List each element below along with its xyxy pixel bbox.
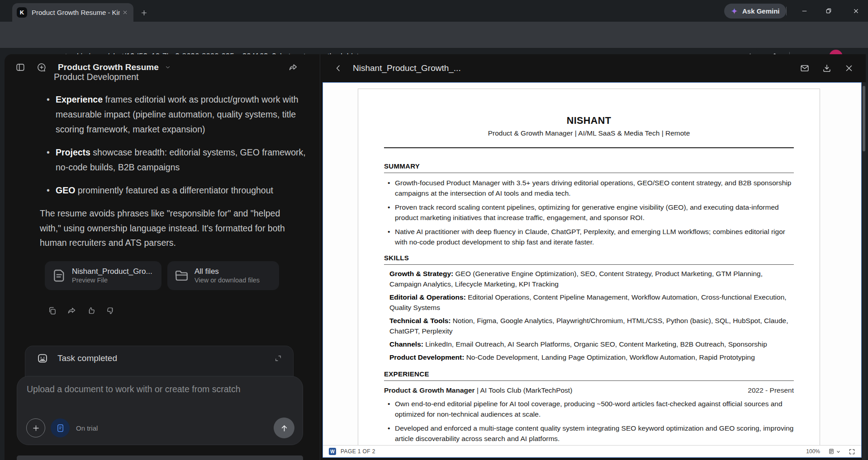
zoom-level[interactable]: 100% [806,448,820,455]
composer-input[interactable]: Upload a document to work with or create… [27,384,293,394]
sidebar-toggle-icon[interactable] [15,62,25,72]
tab-title: Product Growth Resume - Kimi [32,9,120,16]
back-chevron-icon[interactable] [334,64,343,73]
share-chat-icon[interactable] [288,62,298,72]
document-viewer: NISHANT Product & Growth Manager | AI/ML… [323,82,862,458]
list-item: Proven track record scaling content pipe… [384,202,794,223]
document-title: Nishant_Product_Growth_... [353,63,461,73]
ask-gemini-button[interactable]: Ask Gemini [724,4,786,19]
job-title-row: Product & Growth Manager | AI Tools Club… [384,386,794,394]
list-item: GEO prominently featured as a differenti… [43,183,308,198]
thumbs-up-icon[interactable] [86,306,96,315]
skills-list: Growth & Strategy: GEO (Generative Engin… [384,268,794,362]
ask-gemini-label: Ask Gemini [742,7,780,15]
browser-window: K Product Growth Resume - Kimi Ask Gemin… [0,0,868,460]
skill-item: Product Development: No-Code Development… [389,352,794,362]
list-item: Own end-to-end editorial pipeline for AI… [384,399,794,419]
skill-item: Editorial & Operations: Editorial Operat… [389,292,794,313]
download-icon[interactable] [822,63,832,73]
list-item: Native AI practitioner with deep fluency… [384,226,794,247]
fullscreen-icon[interactable] [849,448,855,455]
message-bullet-list: Experience frames editorial work as prod… [43,92,308,206]
kimi-app: Product Growth Resume Product Developmen… [5,54,866,460]
window-minimize-icon[interactable] [797,5,811,17]
browser-tab[interactable]: K Product Growth Resume - Kimi [12,3,133,22]
caret-down-icon [836,450,840,454]
document-mode-button[interactable] [51,418,70,437]
gemini-icon [730,7,738,15]
list-item: Projects showcase breadth: editorial sys… [43,145,308,175]
page-layout-control[interactable] [828,448,840,455]
experience-heading: EXPERIENCE [384,370,794,381]
job-dates: 2022 - Present [748,386,794,394]
word-app-icon: W [329,448,336,455]
kimi-favicon: K [17,7,27,18]
message-actions [47,306,115,315]
document-icon [51,268,66,283]
resume-page: NISHANT Product & Growth Manager | AI/ML… [358,89,820,458]
viewer-scrollbar[interactable] [862,82,866,460]
robot-face-icon [37,352,48,364]
summary-heading: SUMMARY [384,162,794,173]
resume-tagline: Product & Growth Manager | AI/ML SaaS & … [384,129,794,137]
resume-divider [384,147,794,148]
scrollbar-thumb[interactable] [863,86,865,151]
viewer-status-bar: W PAGE 1 OF 2 100% [323,445,861,457]
resume-name: NISHANT [384,89,794,127]
expand-icon[interactable] [274,354,282,362]
window-close-icon[interactable] [849,5,863,17]
thumbs-down-icon[interactable] [106,306,115,315]
skill-item: Channels: LinkedIn, Email Outreach, AI S… [389,339,794,349]
skill-item: Technical & Tools: Notion, Figma, Google… [389,315,794,336]
list-item: Developed and enforced a multi-stage con… [384,423,794,444]
skill-item: Growth & Strategy: GEO (Generative Engin… [389,268,794,289]
file-preview-card[interactable]: Nishant_Product_Gro... Preview File [45,261,161,290]
browser-toolbar: kimi.com/chat/19d52c10-7be2-8626-8000-09… [0,22,868,48]
email-icon[interactable] [800,63,810,73]
chat-header: Product Growth Resume [5,54,320,80]
page-indicator[interactable]: PAGE 1 OF 2 [341,448,375,455]
window-restore-icon[interactable] [822,5,835,17]
tab-close-icon[interactable] [120,8,130,18]
file-card-row: Nishant_Product_Gro... Preview File All … [45,261,279,290]
folder-icon [174,268,189,283]
file-card-title: Nishant_Product_Gro... [72,267,152,276]
composer[interactable]: Upload a document to work with or create… [17,376,303,445]
experience-bullets: Own end-to-end editorial pipeline for AI… [384,399,794,444]
titlebar-divider [786,7,787,15]
copy-icon[interactable] [47,306,57,315]
message-paragraph: The resume avoids phrases like "responsi… [40,206,296,250]
all-files-card[interactable]: All files View or download files [167,261,279,290]
chat-panel: Product Growth Resume Product Developmen… [5,54,320,460]
summary-bullets: Growth-focused Product Manager with 3.5+… [384,178,794,247]
new-chat-icon[interactable] [37,62,47,72]
close-icon[interactable] [844,63,854,73]
file-card-title: All files [194,267,260,276]
attach-plus-button[interactable] [26,418,45,437]
kimi-favicon-glyph: K [20,9,24,16]
task-status-text: Task completed [57,353,117,363]
list-item: Experience frames editorial work as prod… [43,92,308,137]
new-tab-button[interactable] [138,7,150,19]
skills-heading: SKILLS [384,254,794,265]
file-card-subtitle: View or download files [194,276,260,285]
list-item: Growth-focused Product Manager with 3.5+… [384,178,794,198]
trial-badge: On trial [76,424,98,432]
document-panel: Nishant_Product_Growth_... NISHANT Produ… [320,54,866,460]
chat-title[interactable]: Product Growth Resume [58,62,159,72]
share-icon[interactable] [67,306,76,315]
clipped-message-line: Product Development [54,73,139,84]
file-card-subtitle: Preview File [72,276,152,285]
document-header: Nishant_Product_Growth_... [320,54,866,82]
page-layout-icon [828,448,835,455]
send-button[interactable] [274,418,294,438]
chevron-down-icon[interactable] [165,64,171,70]
bottom-edge-strip [17,455,303,460]
